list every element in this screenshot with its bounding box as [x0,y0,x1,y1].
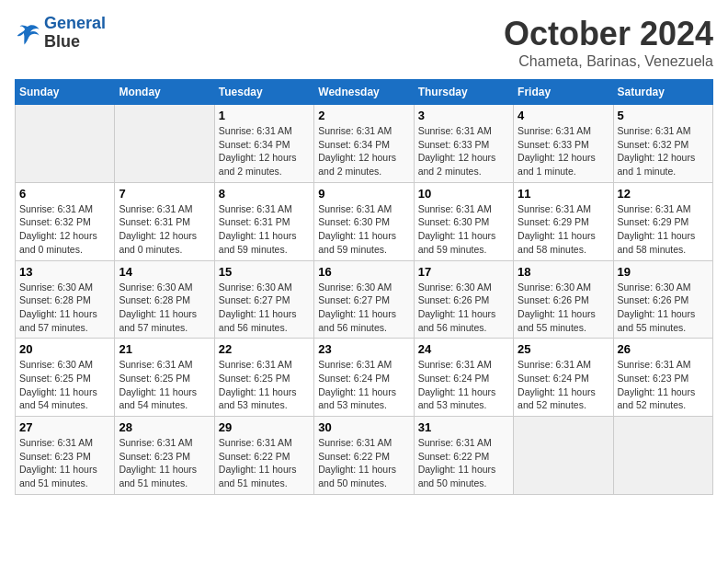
calendar-cell [514,417,613,495]
day-number: 8 [219,187,310,201]
calendar-cell: 3Sunrise: 6:31 AMSunset: 6:33 PMDaylight… [414,105,513,183]
header-cell-friday: Friday [514,80,613,105]
day-content: Sunrise: 6:31 AMSunset: 6:34 PMDaylight:… [318,124,409,178]
calendar-week-3: 13Sunrise: 6:30 AMSunset: 6:28 PMDayligh… [16,260,713,339]
calendar-week-2: 6Sunrise: 6:31 AMSunset: 6:32 PMDaylight… [16,182,713,260]
day-number: 29 [219,420,310,434]
calendar-cell: 7Sunrise: 6:31 AMSunset: 6:31 PMDaylight… [115,182,214,260]
header-cell-wednesday: Wednesday [314,80,414,105]
calendar-header: SundayMondayTuesdayWednesdayThursdayFrid… [16,80,713,105]
day-content: Sunrise: 6:30 AMSunset: 6:26 PMDaylight:… [418,281,509,335]
day-number: 20 [19,342,110,356]
day-number: 30 [318,420,409,434]
day-number: 4 [518,109,609,122]
day-number: 6 [19,187,110,201]
day-content: Sunrise: 6:31 AMSunset: 6:32 PMDaylight:… [618,124,709,178]
calendar-cell: 8Sunrise: 6:31 AMSunset: 6:31 PMDaylight… [214,182,313,260]
day-content: Sunrise: 6:31 AMSunset: 6:22 PMDaylight:… [318,436,409,490]
day-content: Sunrise: 6:31 AMSunset: 6:31 PMDaylight:… [119,202,210,257]
day-number: 5 [618,109,709,122]
calendar-cell: 27Sunrise: 6:31 AMSunset: 6:23 PMDayligh… [16,417,115,495]
day-content: Sunrise: 6:30 AMSunset: 6:25 PMDaylight:… [19,358,110,412]
calendar-week-1: 1Sunrise: 6:31 AMSunset: 6:34 PMDaylight… [16,105,713,183]
calendar-cell: 14Sunrise: 6:30 AMSunset: 6:28 PMDayligh… [115,260,214,339]
calendar-cell: 17Sunrise: 6:30 AMSunset: 6:26 PMDayligh… [414,260,513,339]
calendar-cell: 6Sunrise: 6:31 AMSunset: 6:32 PMDaylight… [16,182,115,260]
day-number: 21 [119,342,210,356]
location: Chameta, Barinas, Venezuela [504,53,713,70]
day-number: 11 [518,187,609,201]
calendar-cell: 13Sunrise: 6:30 AMSunset: 6:28 PMDayligh… [16,260,115,339]
day-number: 24 [418,342,509,356]
day-content: Sunrise: 6:31 AMSunset: 6:33 PMDaylight:… [518,124,609,178]
calendar-cell: 24Sunrise: 6:31 AMSunset: 6:24 PMDayligh… [414,339,513,417]
calendar-cell: 20Sunrise: 6:30 AMSunset: 6:25 PMDayligh… [16,339,115,417]
day-content: Sunrise: 6:31 AMSunset: 6:24 PMDaylight:… [318,358,409,412]
day-number: 18 [518,265,609,279]
logo-bird-icon [15,20,40,46]
calendar-cell: 31Sunrise: 6:31 AMSunset: 6:22 PMDayligh… [414,417,513,495]
day-number: 2 [318,109,409,122]
day-content: Sunrise: 6:31 AMSunset: 6:30 PMDaylight:… [318,202,409,257]
day-content: Sunrise: 6:31 AMSunset: 6:24 PMDaylight:… [518,358,609,412]
day-number: 7 [119,187,210,201]
day-number: 15 [219,265,310,279]
calendar-cell: 10Sunrise: 6:31 AMSunset: 6:30 PMDayligh… [414,182,513,260]
calendar-cell [613,417,712,495]
day-number: 9 [318,187,409,201]
day-number: 17 [418,265,509,279]
header-cell-sunday: Sunday [16,80,115,105]
logo: GeneralBlue [15,15,106,52]
day-content: Sunrise: 6:31 AMSunset: 6:31 PMDaylight:… [219,202,310,257]
day-number: 22 [219,342,310,356]
header-cell-tuesday: Tuesday [214,80,313,105]
header-cell-monday: Monday [115,80,214,105]
day-content: Sunrise: 6:31 AMSunset: 6:23 PMDaylight:… [119,436,210,490]
day-number: 19 [618,265,709,279]
logo-text: GeneralBlue [44,15,106,52]
day-number: 12 [618,187,709,201]
day-content: Sunrise: 6:31 AMSunset: 6:25 PMDaylight:… [119,358,210,412]
calendar-cell: 4Sunrise: 6:31 AMSunset: 6:33 PMDaylight… [514,105,613,183]
day-content: Sunrise: 6:31 AMSunset: 6:29 PMDaylight:… [518,202,609,257]
day-number: 14 [119,265,210,279]
calendar-body: 1Sunrise: 6:31 AMSunset: 6:34 PMDaylight… [16,105,713,495]
calendar-cell: 30Sunrise: 6:31 AMSunset: 6:22 PMDayligh… [314,417,414,495]
day-content: Sunrise: 6:31 AMSunset: 6:33 PMDaylight:… [418,124,509,178]
day-content: Sunrise: 6:31 AMSunset: 6:22 PMDaylight:… [219,436,310,490]
day-number: 3 [418,109,509,122]
calendar-cell: 25Sunrise: 6:31 AMSunset: 6:24 PMDayligh… [514,339,613,417]
month-title: October 2024 [504,15,713,53]
calendar-cell: 26Sunrise: 6:31 AMSunset: 6:23 PMDayligh… [613,339,712,417]
day-number: 16 [318,265,409,279]
day-number: 28 [119,420,210,434]
header-cell-saturday: Saturday [613,80,712,105]
day-content: Sunrise: 6:31 AMSunset: 6:24 PMDaylight:… [418,358,509,412]
calendar-cell: 12Sunrise: 6:31 AMSunset: 6:29 PMDayligh… [613,182,712,260]
calendar-cell: 11Sunrise: 6:31 AMSunset: 6:29 PMDayligh… [514,182,613,260]
calendar-cell: 18Sunrise: 6:30 AMSunset: 6:26 PMDayligh… [514,260,613,339]
day-content: Sunrise: 6:30 AMSunset: 6:26 PMDaylight:… [518,281,609,335]
day-content: Sunrise: 6:31 AMSunset: 6:23 PMDaylight:… [19,436,110,490]
calendar-week-4: 20Sunrise: 6:30 AMSunset: 6:25 PMDayligh… [16,339,713,417]
calendar-cell: 2Sunrise: 6:31 AMSunset: 6:34 PMDaylight… [314,105,414,183]
calendar-cell [115,105,214,183]
day-content: Sunrise: 6:31 AMSunset: 6:23 PMDaylight:… [618,358,709,412]
calendar-cell: 22Sunrise: 6:31 AMSunset: 6:25 PMDayligh… [214,339,313,417]
day-number: 10 [418,187,509,201]
calendar-cell: 16Sunrise: 6:30 AMSunset: 6:27 PMDayligh… [314,260,414,339]
calendar-cell: 29Sunrise: 6:31 AMSunset: 6:22 PMDayligh… [214,417,313,495]
day-content: Sunrise: 6:30 AMSunset: 6:26 PMDaylight:… [618,281,709,335]
header-row: SundayMondayTuesdayWednesdayThursdayFrid… [16,80,713,105]
calendar-cell: 1Sunrise: 6:31 AMSunset: 6:34 PMDaylight… [214,105,313,183]
calendar-table: SundayMondayTuesdayWednesdayThursdayFrid… [15,79,713,495]
title-block: October 2024 Chameta, Barinas, Venezuela [504,15,713,70]
day-content: Sunrise: 6:31 AMSunset: 6:29 PMDaylight:… [618,202,709,257]
day-content: Sunrise: 6:31 AMSunset: 6:25 PMDaylight:… [219,358,310,412]
calendar-week-5: 27Sunrise: 6:31 AMSunset: 6:23 PMDayligh… [16,417,713,495]
day-content: Sunrise: 6:31 AMSunset: 6:30 PMDaylight:… [418,202,509,257]
day-number: 31 [418,420,509,434]
header-cell-thursday: Thursday [414,80,513,105]
day-number: 23 [318,342,409,356]
page-header: GeneralBlue October 2024 Chameta, Barina… [15,15,713,70]
